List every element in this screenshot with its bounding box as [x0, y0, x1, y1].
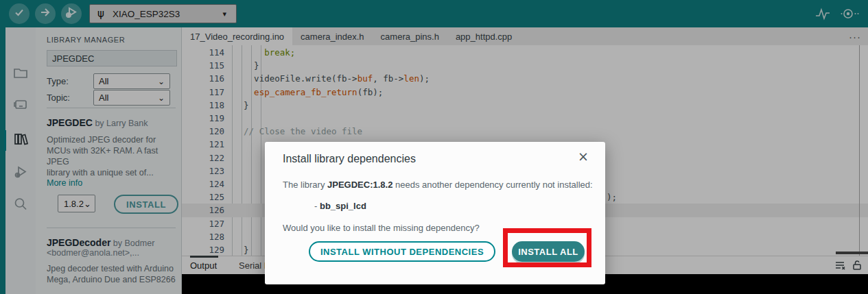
install-without-dependencies-button[interactable]: INSTALL WITHOUT DEPENDENCIES [309, 241, 495, 262]
library-version-bold: JPEGDEC:1.8.2 [327, 180, 392, 190]
body-pre: The library [283, 180, 327, 190]
red-annotation-box [503, 228, 591, 267]
arduino-ide-window: ψ XIAO_ESP32S3 ▾ [0, 0, 868, 294]
dependency-item: - bb_spi_lcd [314, 201, 366, 211]
dep-prefix: - [314, 201, 320, 211]
dialog-question: Would you like to install the missing de… [283, 223, 480, 233]
dep-name-bold: bb_spi_lcd [320, 201, 366, 211]
dialog-body-text: The library JPEGDEC:1.8.2 needs another … [283, 180, 593, 190]
body-post: needs another dependency currently not i… [392, 180, 592, 190]
dialog-title: Install library dependencies [283, 153, 416, 165]
close-icon[interactable]: × [578, 150, 589, 163]
